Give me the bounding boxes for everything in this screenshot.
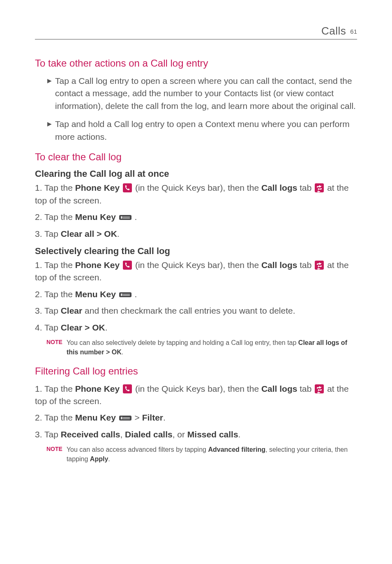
step-text: 1. Tap the Phone Key (in the Quick Keys …	[35, 383, 357, 408]
menu-key-icon	[119, 289, 131, 296]
note-label: NOTE	[46, 339, 62, 357]
clear-label: Clear	[61, 306, 83, 315]
text-fragment: .	[117, 229, 120, 238]
text-fragment: .	[163, 413, 166, 422]
text-fragment: ,	[120, 430, 125, 439]
step-item: 2. Tap the Menu Key .	[35, 288, 357, 300]
text-fragment: 2. Tap the	[35, 212, 75, 222]
call-logs-tab-icon	[315, 183, 324, 192]
dialed-calls-label: Dialed calls	[125, 430, 173, 439]
call-logs-label: Call logs	[261, 183, 297, 192]
received-calls-label: Received calls	[61, 430, 120, 439]
text-fragment: 2. Tap the	[35, 289, 75, 299]
text-fragment: , or	[173, 430, 187, 439]
text-fragment: tab	[297, 260, 314, 270]
phone-key-icon	[123, 261, 132, 270]
page-header: Calls 61	[35, 25, 357, 39]
bullet-marker-icon: ▶	[47, 77, 52, 84]
heading-filtering: Filtering Call log entries	[35, 365, 357, 377]
step-item: 2. Tap the Menu Key .	[35, 211, 357, 223]
text-fragment: .	[105, 323, 108, 332]
text-fragment: .	[238, 430, 241, 439]
text-fragment: .	[132, 212, 137, 222]
call-logs-tab-icon	[315, 261, 324, 270]
text-fragment: .	[108, 455, 110, 462]
clear-ok-label: Clear > OK	[61, 323, 105, 332]
step-text: 1. Tap the Phone Key (in the Quick Keys …	[35, 259, 357, 284]
text-fragment: tab	[297, 183, 314, 192]
note-text: You can also access advanced filters by …	[67, 445, 357, 464]
text-fragment: You can also access advanced filters by …	[67, 446, 208, 453]
subheading-selective-clear: Selectively clearing the Call log	[35, 246, 357, 257]
step-text: 3. Tap Clear all > OK.	[35, 228, 120, 240]
menu-key-icon	[119, 212, 131, 219]
text-fragment: (in the Quick Keys bar), then the	[133, 260, 261, 270]
step-item: 1. Tap the Phone Key (in the Quick Keys …	[35, 182, 357, 207]
text-fragment: 2. Tap the	[35, 413, 75, 422]
text-fragment: 4. Tap	[35, 323, 61, 332]
text-fragment: 3. Tap	[35, 229, 61, 238]
bullet-list-other-actions: ▶ Tap a Call log entry to open a screen …	[47, 75, 357, 143]
step-item: 1. Tap the Phone Key (in the Quick Keys …	[35, 383, 357, 408]
bullet-marker-icon: ▶	[47, 120, 52, 127]
bullet-text: Tap and hold a Call log entry to open a …	[55, 118, 357, 143]
clear-all-ok-label: Clear all > OK	[61, 229, 117, 238]
text-fragment: (in the Quick Keys bar), then the	[133, 384, 261, 393]
menu-key-label: Menu Key	[75, 289, 116, 299]
step-item: 3. Tap Clear all > OK.	[35, 228, 357, 240]
step-text: 3. Tap Clear and then checkmark the call…	[35, 305, 295, 317]
step-item: 3. Tap Received calls, Dialed calls, or …	[35, 428, 357, 441]
note-block: NOTE You can also selectively delete by …	[46, 338, 357, 357]
text-fragment: 1. Tap the	[35, 384, 75, 393]
step-text: 4. Tap Clear > OK.	[35, 321, 107, 334]
phone-key-icon	[123, 183, 132, 192]
menu-key-label: Menu Key	[75, 413, 116, 422]
note-label: NOTE	[46, 446, 62, 464]
text-fragment: 3. Tap	[35, 306, 61, 315]
menu-key-label: Menu Key	[75, 212, 116, 222]
text-fragment: 1. Tap the	[35, 183, 75, 192]
phone-key-label: Phone Key	[75, 183, 120, 192]
header-section-title: Calls	[321, 25, 346, 37]
text-fragment: 1. Tap the	[35, 260, 75, 270]
step-text: 2. Tap the Menu Key .	[35, 211, 137, 223]
text-fragment: tab	[297, 384, 314, 393]
page-root: Calls 61 To take other actions on a Call…	[0, 0, 392, 484]
step-text: 2. Tap the Menu Key > Filter.	[35, 411, 166, 424]
bullet-text: Tap a Call log entry to open a screen wh…	[55, 75, 357, 112]
text-fragment: 3. Tap	[35, 430, 61, 439]
step-text: 3. Tap Received calls, Dialed calls, or …	[35, 428, 240, 441]
text-fragment: and then checkmark the call entries you …	[82, 306, 295, 315]
step-item: 3. Tap Clear and then checkmark the call…	[35, 305, 357, 317]
phone-key-label: Phone Key	[75, 260, 120, 270]
text-fragment: You can also selectively delete by tappi…	[67, 339, 298, 346]
bullet-item: ▶ Tap a Call log entry to open a screen …	[47, 75, 357, 112]
note-text: You can also selectively delete by tappi…	[67, 338, 357, 357]
menu-key-icon	[119, 412, 131, 420]
apply-label: Apply	[90, 455, 108, 462]
subheading-clear-all: Clearing the Call log all at once	[35, 169, 357, 179]
step-text: 2. Tap the Menu Key .	[35, 288, 137, 300]
call-logs-label: Call logs	[261, 384, 297, 393]
missed-calls-label: Missed calls	[187, 430, 238, 439]
text-fragment: .	[132, 289, 137, 299]
phone-key-label: Phone Key	[75, 384, 120, 393]
step-item: 4. Tap Clear > OK.	[35, 321, 357, 334]
heading-clear-call-log: To clear the Call log	[35, 151, 357, 163]
filter-label: Filter	[142, 413, 163, 422]
heading-other-actions: To take other actions on a Call log entr…	[35, 58, 357, 69]
call-logs-tab-icon	[315, 384, 324, 393]
call-logs-label: Call logs	[261, 260, 297, 270]
text-fragment: >	[132, 413, 142, 422]
step-text: 1. Tap the Phone Key (in the Quick Keys …	[35, 182, 357, 207]
advanced-filtering-label: Advanced filtering	[208, 446, 265, 453]
step-item: 1. Tap the Phone Key (in the Quick Keys …	[35, 259, 357, 284]
phone-key-icon	[123, 384, 132, 393]
text-fragment: .	[122, 349, 123, 356]
page-number: 61	[350, 28, 357, 35]
text-fragment: (in the Quick Keys bar), then the	[133, 183, 261, 192]
step-item: 2. Tap the Menu Key > Filter.	[35, 411, 357, 424]
note-block: NOTE You can also access advanced filter…	[46, 445, 357, 464]
bullet-item: ▶ Tap and hold a Call log entry to open …	[47, 118, 357, 143]
